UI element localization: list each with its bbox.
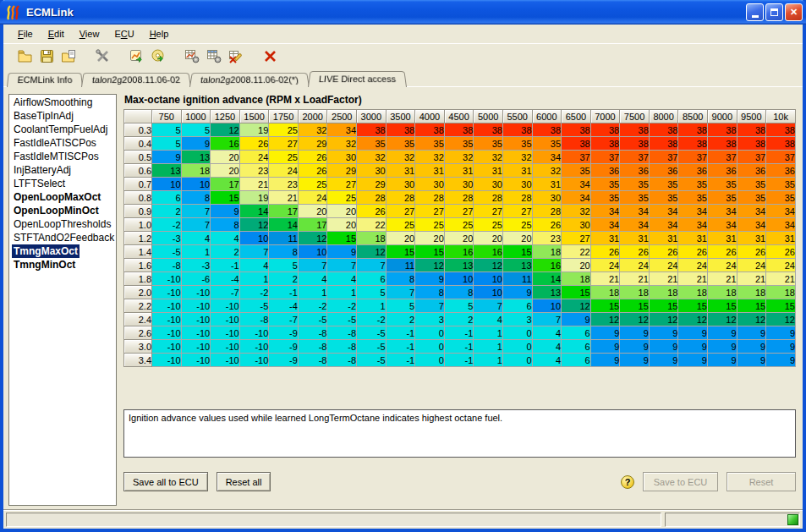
grid-cell[interactable]: -10 [239, 340, 269, 354]
grid-cell[interactable]: 1 [327, 286, 357, 299]
grid-cell[interactable]: 38 [590, 137, 620, 151]
grid-cell[interactable]: 34 [620, 205, 650, 218]
grid-cell[interactable]: 4 [474, 313, 503, 326]
grid-cell[interactable]: 18 [678, 286, 708, 299]
sidebar-item-fastidlemtiscpos[interactable]: FastIdleMTISCPos [9, 150, 116, 163]
grid-cell[interactable]: 0 [502, 354, 532, 367]
grid-cell[interactable]: 7 [239, 245, 269, 259]
disconnect-button[interactable] [259, 47, 281, 67]
grid-cell[interactable]: 1 [298, 286, 327, 299]
grid-cell[interactable]: 9 [562, 313, 591, 326]
grid-cell[interactable]: -10 [181, 340, 211, 354]
grid-cell[interactable]: 8 [269, 245, 299, 259]
grid-cell[interactable]: 30 [386, 178, 415, 191]
grid-cell[interactable]: 20 [562, 259, 591, 272]
rpm-column-header[interactable]: 10k [766, 110, 796, 123]
grid-cell[interactable]: 31 [707, 232, 737, 245]
grid-cell[interactable]: -10 [181, 354, 211, 367]
grid-cell[interactable]: 12 [737, 313, 766, 326]
grid-cell[interactable]: 34 [649, 205, 678, 218]
rpm-column-header[interactable]: 9500 [737, 110, 766, 123]
loadfactor-row-header[interactable]: 3.4 [124, 354, 152, 367]
grid-cell[interactable]: 32 [532, 164, 562, 178]
loadfactor-row-header[interactable]: 0.3 [124, 123, 152, 137]
grid-cell[interactable]: 21 [239, 178, 269, 191]
grid-cell[interactable]: 28 [444, 191, 474, 205]
grid-cell[interactable]: 5 [181, 123, 211, 137]
menu-file[interactable]: File [10, 26, 41, 41]
grid-cell[interactable]: 24 [649, 259, 678, 272]
grid-cell[interactable]: 12 [678, 313, 708, 326]
loadfactor-row-header[interactable]: 1.4 [124, 245, 152, 259]
grid-cell[interactable]: 34 [737, 218, 766, 232]
grid-cell[interactable]: 31 [386, 164, 415, 178]
grid-cell[interactable]: 25 [298, 178, 327, 191]
sidebar-item-openloopminoct[interactable]: OpenLoopMinOct [9, 204, 116, 217]
grid-cell[interactable]: 10 [532, 299, 562, 313]
grid-cell[interactable]: 15 [766, 299, 796, 313]
rpm-column-header[interactable]: 3000 [357, 110, 387, 123]
grid-cell[interactable]: 9 [152, 151, 182, 164]
grid-cell[interactable]: 35 [474, 137, 503, 151]
grid-cell[interactable]: 9 [737, 340, 766, 354]
grid-cell[interactable]: 26 [649, 245, 678, 259]
grid-cell[interactable]: 35 [590, 191, 620, 205]
grid-cell[interactable]: 4 [298, 272, 327, 286]
grid-cell[interactable]: 9 [707, 354, 737, 367]
grid-cell[interactable]: 35 [707, 178, 737, 191]
grid-cell[interactable]: 14 [269, 218, 299, 232]
grid-cell[interactable]: 20 [415, 232, 445, 245]
grid-cell[interactable]: 12 [474, 259, 503, 272]
grid-cell[interactable]: 8 [415, 286, 445, 299]
grid-cell[interactable]: 18 [766, 286, 796, 299]
grid-cell[interactable]: 7 [181, 218, 211, 232]
tab-talon2g2008-11-06-02[interactable]: talon2g2008.11.06-02 [81, 73, 191, 87]
export-image-button[interactable] [125, 47, 147, 67]
grid-cell[interactable]: 4 [532, 326, 562, 340]
grid-cell[interactable]: 32 [357, 151, 387, 164]
grid-cell[interactable]: 16 [211, 137, 240, 151]
grid-cell[interactable]: 16 [532, 259, 562, 272]
tools-button[interactable] [91, 47, 113, 67]
grid-cell[interactable]: 37 [707, 151, 737, 164]
grid-cell[interactable]: 36 [649, 164, 678, 178]
grid-cell[interactable]: 18 [357, 232, 387, 245]
grid-cell[interactable]: -10 [152, 313, 182, 326]
grid-cell[interactable]: 38 [678, 137, 708, 151]
grid-cell[interactable]: 26 [678, 245, 708, 259]
grid-cell[interactable]: 31 [444, 164, 474, 178]
grid-cell[interactable]: 15 [707, 299, 737, 313]
grid-cell[interactable]: 13 [532, 286, 562, 299]
grid-cell[interactable]: 34 [766, 205, 796, 218]
grid-cell[interactable]: 9 [766, 326, 796, 340]
sidebar-item-stftando2feedback[interactable]: STFTAndO2Feedback [9, 231, 116, 244]
grid-cell[interactable]: 9 [415, 272, 445, 286]
grid-cell[interactable]: 20 [502, 232, 532, 245]
grid-cell[interactable]: -10 [152, 286, 182, 299]
grid-cell[interactable]: 6 [357, 272, 387, 286]
grid-cell[interactable]: -10 [239, 354, 269, 367]
grid-cell[interactable]: 1 [474, 326, 503, 340]
grid-cell[interactable]: -10 [181, 286, 211, 299]
grid-cell[interactable]: -1 [444, 326, 474, 340]
grid-cell[interactable]: 28 [532, 205, 562, 218]
table-list[interactable]: AirflowSmoothingBaseTipInAdjCoolantTempF… [8, 94, 117, 506]
grid-cell[interactable]: 38 [737, 137, 766, 151]
loadfactor-row-header[interactable]: 2.0 [124, 286, 152, 299]
grid-cell[interactable]: -1 [386, 326, 415, 340]
grid-cell[interactable]: 35 [678, 191, 708, 205]
grid-cell[interactable]: 21 [269, 191, 299, 205]
grid-cell[interactable]: 10 [152, 178, 182, 191]
grid-cell[interactable]: -10 [211, 354, 240, 367]
grid-cell[interactable]: -8 [298, 340, 327, 354]
grid-cell[interactable]: 15 [737, 299, 766, 313]
grid-cell[interactable]: 11 [502, 272, 532, 286]
rpm-column-header[interactable]: 3500 [386, 110, 415, 123]
grid-cell[interactable]: -3 [181, 259, 211, 272]
grid-cell[interactable]: 20 [327, 218, 357, 232]
rpm-column-header[interactable]: 8500 [678, 110, 708, 123]
grid-cell[interactable]: 7 [327, 259, 357, 272]
grid-cell[interactable]: 26 [298, 164, 327, 178]
grid-cell[interactable]: -5 [327, 313, 357, 326]
grid-cell[interactable]: 15 [649, 299, 678, 313]
